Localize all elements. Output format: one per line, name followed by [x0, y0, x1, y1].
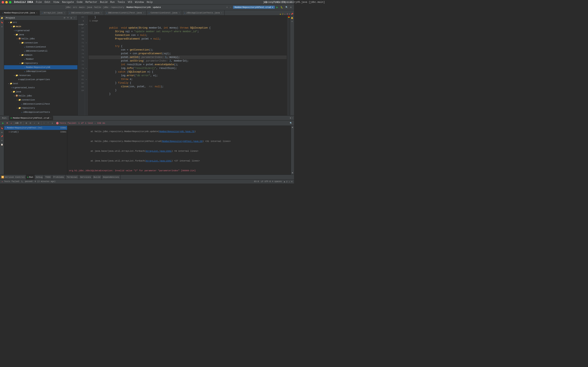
- run-tab-label[interactable]: Run:: [1, 117, 9, 119]
- rerun-failed-button[interactable]: ↺: [9, 121, 13, 125]
- test-class-item[interactable]: ✕ MemberRepositoryV0Test (hel 339ms: [4, 126, 67, 130]
- bookmarks-icon[interactable]: 🔖: [0, 21, 4, 24]
- tree-main[interactable]: ▾ 📁 main: [4, 25, 77, 29]
- tab-dbconnectionutil[interactable]: ☕ DBConnectionUtil.java ✕: [67, 10, 104, 15]
- mac-window-controls[interactable]: [2, 1, 11, 3]
- tree-memberrepositorv0[interactable]: ☕ MemberRepositoryV0: [4, 65, 77, 69]
- code-editor[interactable]: 65 1 usage 66 67 68 69 70 71 72 73 74 75…: [78, 16, 290, 115]
- version-control-tab[interactable]: 🔀 Version Control: [0, 175, 26, 179]
- collapse-all-button[interactable]: ⊟: [29, 121, 32, 125]
- tree-hellojdbc-test[interactable]: ▾ 📦 hello.jdbc: [4, 94, 77, 98]
- run-config-selector[interactable]: MemberRepositoryV0Test.crud ▾: [233, 6, 275, 9]
- tab-close-button[interactable]: ✕: [179, 12, 180, 14]
- tree-test[interactable]: ▾ 📁 test: [4, 82, 77, 86]
- menu-refactor[interactable]: Refactor: [85, 1, 97, 4]
- bookmark-icon[interactable]: 🔖: [0, 127, 4, 130]
- settings-icon2[interactable]: ⚙: [0, 131, 4, 134]
- run-bottom-tab[interactable]: ▶ Run: [26, 175, 35, 179]
- toolbar-search[interactable]: 🔍: [285, 6, 289, 9]
- tab-arraylist[interactable]: ☕ ArrayList.java ✕: [40, 10, 67, 15]
- tree-test-repository[interactable]: ▾ 📁 repository: [4, 106, 77, 110]
- panel-sync-button[interactable]: ⟳: [63, 17, 66, 19]
- stacktrace-link-3[interactable]: ArrayList.java:1541: [146, 150, 171, 152]
- toolbar-settings[interactable]: ⚙: [290, 6, 292, 9]
- panel-close-button[interactable]: —: [73, 17, 76, 19]
- panel-minimize-icon[interactable]: —: [292, 117, 293, 119]
- tree-dbconnectionutiltest[interactable]: ☕ DBConnectionUtilTest: [4, 102, 77, 106]
- filter-icon[interactable]: ⚙: [0, 139, 4, 142]
- tree-connectionconst[interactable]: ☕ ConnectionConst: [4, 45, 77, 49]
- tab-connectionconst[interactable]: ☕ ConnectionConst.java ✕: [147, 10, 182, 15]
- services-bottom-tab[interactable]: Services: [79, 175, 93, 179]
- tab-memberrepositoryv0[interactable]: ☕ MemberRepositoryV0.java ✕: [0, 10, 40, 15]
- tab-close-button[interactable]: ✕: [64, 12, 65, 14]
- show-ignored-button[interactable]: ⊘: [37, 121, 40, 125]
- stacktrace-link-4[interactable]: ArrayList.java:1541: [146, 160, 171, 162]
- rerun-button[interactable]: ▶: [1, 121, 5, 125]
- tree-test-java[interactable]: ▾ 📁 java: [4, 90, 77, 94]
- panel-settings-button[interactable]: ⚙: [70, 17, 72, 19]
- structure-icon[interactable]: ≡: [0, 25, 4, 29]
- tab-close-button[interactable]: ✕: [221, 12, 222, 14]
- scroll-down-button[interactable]: ▼: [291, 171, 293, 175]
- tab-jdbcapplicationtests[interactable]: ☕ JdbcApplicationTests.java ✕: [182, 10, 224, 15]
- export-results[interactable]: ⤓: [51, 121, 54, 125]
- tree-repository[interactable]: ▾ 📁 repository: [4, 61, 77, 65]
- scroll-up-button[interactable]: ▲: [291, 126, 293, 129]
- dependencies-bottom-tab[interactable]: Dependencies: [102, 175, 121, 179]
- tree-java[interactable]: ▾ 📁 java: [4, 33, 77, 37]
- menu-edit[interactable]: Edit: [44, 1, 51, 4]
- stop-button[interactable]: ■: [5, 121, 9, 125]
- menu-file[interactable]: File: [36, 1, 42, 4]
- tab-close-button[interactable]: ✕: [143, 12, 144, 14]
- tree-resources[interactable]: ▾ 📁 resources: [4, 73, 77, 77]
- menu-run[interactable]: Run: [110, 1, 115, 4]
- search-output-button[interactable]: 🔍: [289, 121, 293, 125]
- panel-collapse-button[interactable]: ≡: [67, 17, 69, 19]
- tree-member[interactable]: ☕ Member: [4, 57, 77, 61]
- tree-test-connection[interactable]: ▾ 📁 connection: [4, 98, 77, 102]
- code-content[interactable]: } 1 usage public void update(String memb…: [88, 16, 287, 115]
- stacktrace-link-2[interactable]: MemberRepositoryV0Test.java:29: [162, 140, 202, 142]
- expand-all-button[interactable]: ⊞: [25, 121, 28, 125]
- bottom-tab-run-active[interactable]: ▶ MemberRepositoryV0Test.crud ✕: [9, 116, 53, 120]
- vcs-button[interactable]: ⬆: [226, 6, 228, 9]
- tree-jdbcapplicationtests[interactable]: ☕ JdbcApplicationTests: [4, 110, 77, 114]
- project-icon[interactable]: 📁: [0, 16, 4, 20]
- tab-dbconnectionutiltest[interactable]: ☕ DBConnectionUtilTest.java ✕: [104, 10, 146, 15]
- notifications-icon[interactable]: 🔔: [291, 16, 294, 20]
- build-bottom-tab[interactable]: Build: [92, 175, 102, 179]
- back-button[interactable]: ←: [229, 6, 232, 8]
- panel-settings-icon[interactable]: ⚙: [290, 117, 291, 119]
- tree-generated-tests[interactable]: ▾ ⚙ generated_tests: [4, 86, 77, 90]
- tree-domain[interactable]: ▾ 📁 domain: [4, 53, 77, 57]
- copy-icon[interactable]: 📋: [0, 143, 4, 146]
- tree-src[interactable]: ▾ 📁 src: [4, 20, 77, 25]
- menu-view[interactable]: View: [53, 1, 59, 4]
- sort-duration-button[interactable]: ⏱: [19, 121, 23, 125]
- test-output-panel[interactable]: at hello.jdbc.repository.MemberRepositor…: [67, 126, 291, 175]
- menu-help[interactable]: Help: [147, 1, 153, 4]
- menu-tools[interactable]: Tools: [118, 1, 125, 4]
- tab-close-run[interactable]: ✕: [50, 117, 52, 119]
- sort-alpha-button[interactable]: Aↂ: [15, 121, 18, 125]
- test-results-tree[interactable]: ✕ MemberRepositoryV0Test (hel 339ms ✕ cr…: [4, 126, 67, 175]
- todo-bottom-tab[interactable]: TODO: [44, 175, 52, 179]
- show-passed-button[interactable]: ✓: [33, 121, 36, 125]
- right-panel-icon[interactable]: ≡: [291, 20, 294, 23]
- debug-button[interactable]: 🐛: [280, 6, 284, 9]
- tree-dbconnectionutil[interactable]: ☕ DBConnectionUtil: [4, 49, 77, 53]
- menu-navigate[interactable]: Navigate: [62, 1, 74, 4]
- tab-close-button[interactable]: ✕: [36, 12, 37, 14]
- close-button[interactable]: [2, 1, 4, 3]
- problems-bottom-tab[interactable]: Problems: [52, 175, 66, 179]
- tree-generated[interactable]: ▾ ⚙ generated: [4, 29, 77, 33]
- minimize-button[interactable]: [5, 1, 8, 3]
- tree-hellojdbc[interactable]: ▾ 📦 hello.jdbc: [4, 37, 77, 41]
- terminal-bottom-tab[interactable]: Terminal: [66, 175, 79, 179]
- expand-tabs-button[interactable]: ▾: [289, 13, 290, 15]
- scroll-to-end[interactable]: ↑: [46, 121, 50, 125]
- tree-jdbcapplication[interactable]: ☕ JdbcApplication: [4, 69, 77, 73]
- test-method-item[interactable]: ✕ crud() 339ms: [4, 130, 67, 134]
- maximize-button[interactable]: [9, 1, 11, 3]
